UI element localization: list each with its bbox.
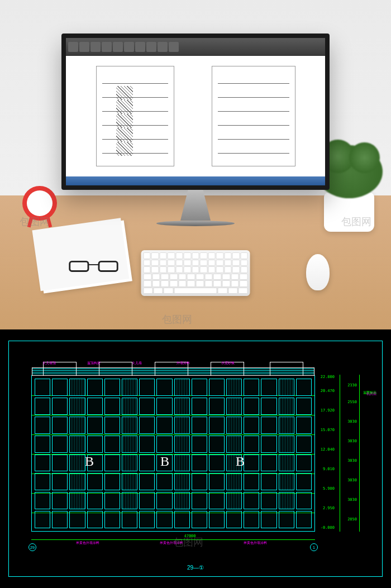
- clock-face: [27, 190, 53, 216]
- elevation-marker: 2.950: [323, 506, 335, 510]
- toolbar-icon[interactable]: [79, 42, 89, 52]
- total-width-dimension: 47000: [184, 534, 196, 538]
- roof-structure: [99, 362, 132, 376]
- toolbar-icon[interactable]: [102, 42, 112, 52]
- toolbar-icon[interactable]: [68, 42, 78, 52]
- dimension-line: [359, 375, 360, 532]
- dimension: 2850: [347, 517, 357, 522]
- building-elevation: B B B 女儿墙顶 屋顶构架 女儿墙 外墙涂料 水泥砂浆 22.800 20.…: [20, 358, 360, 548]
- toolbar-icon[interactable]: [124, 42, 134, 52]
- elevation-drawing: [212, 66, 295, 166]
- roof-note: 屋面标高: [363, 390, 376, 395]
- dimension: 2550: [347, 400, 357, 404]
- roof-structure: [270, 362, 303, 376]
- toolbar-icon[interactable]: [135, 42, 145, 52]
- toolbar-icon[interactable]: [158, 42, 168, 52]
- material-annotation: 外墙涂料: [177, 361, 190, 366]
- material-annotation: 米黄色外墙涂料: [76, 541, 99, 546]
- dimension: 3030: [347, 458, 357, 463]
- monitor-display: [66, 38, 325, 185]
- dimension: 3030: [347, 478, 357, 482]
- dimension-line: [31, 539, 315, 540]
- cad-app-toolbar: [66, 38, 325, 56]
- monitor-bezel: [61, 34, 330, 190]
- facade-windows: [32, 376, 314, 531]
- eyeglasses: [67, 257, 120, 274]
- dimension: 2330: [347, 383, 357, 388]
- monitor-base: [156, 221, 235, 226]
- keyboard: [141, 250, 250, 296]
- elevation-marker: 15.070: [321, 428, 335, 432]
- dimension-line: [340, 375, 340, 532]
- material-annotation: 女儿墙: [132, 361, 142, 366]
- elevation-marker: 5.980: [323, 486, 335, 491]
- dimension: 3030: [347, 439, 357, 443]
- desk-mockup-scene: 包图网 包图网 包图网: [0, 0, 391, 329]
- drawing-border: B B B 女儿墙顶 屋顶构架 女儿墙 外墙涂料 水泥砂浆 22.800 20.…: [8, 341, 383, 577]
- material-annotation: 米黄色外墙涂料: [160, 541, 183, 546]
- toolbar-icon[interactable]: [90, 42, 101, 52]
- windows-taskbar[interactable]: [66, 176, 325, 185]
- material-annotation: 女儿墙顶: [42, 361, 56, 366]
- monitor-stand: [170, 190, 221, 221]
- elevation-marker: 9.010: [323, 467, 335, 471]
- grid-axis-bubble: 29: [28, 543, 36, 551]
- unit-label: B: [236, 454, 245, 469]
- material-annotation: 屋顶构架: [87, 361, 101, 366]
- toolbar-icon[interactable]: [146, 42, 156, 52]
- elevation-marker: 17.920: [321, 408, 335, 413]
- unit-label: B: [85, 454, 94, 469]
- monitor: [61, 34, 330, 226]
- toolbar-icon[interactable]: [113, 42, 123, 52]
- building-outline: B B B: [31, 375, 315, 532]
- section-drawing: [96, 66, 174, 166]
- mouse: [306, 254, 330, 290]
- svg-rect-0: [70, 261, 88, 271]
- svg-rect-1: [99, 261, 117, 271]
- cad-elevation-view: B B B 女儿墙顶 屋顶构架 女儿墙 外墙涂料 水泥砂浆 22.800 20.…: [0, 329, 391, 588]
- unit-label: B: [160, 454, 169, 469]
- material-annotation: 米黄色外墙涂料: [244, 541, 267, 546]
- drawing-title: 29—①: [187, 565, 204, 571]
- grid-axis-bubble: 1: [310, 543, 318, 551]
- plant-pot: [324, 193, 374, 232]
- elevation-marker: -0.080: [321, 525, 335, 530]
- elevation-marker: 22.800: [321, 375, 335, 379]
- dimension: 3030: [347, 419, 357, 424]
- elevation-marker: 12.040: [321, 447, 335, 452]
- elevation-marker: 20.470: [321, 389, 335, 393]
- toolbar-icon[interactable]: [169, 42, 179, 52]
- alarm-clock: [22, 186, 57, 221]
- dimension: 3030: [347, 498, 357, 502]
- cad-canvas[interactable]: [66, 56, 325, 176]
- material-annotation: 水泥砂浆: [221, 361, 235, 366]
